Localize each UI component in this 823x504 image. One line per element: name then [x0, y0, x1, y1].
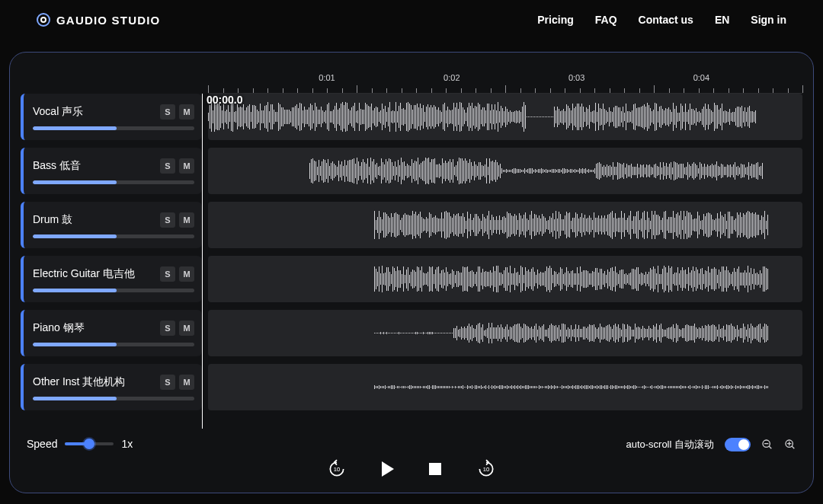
track-header[interactable]: Vocal 声乐 S M: [21, 94, 202, 140]
waveform: [309, 148, 802, 194]
waveform-lane[interactable]: [208, 364, 802, 410]
track-header[interactable]: Electric Guitar 电吉他 S M: [21, 256, 202, 302]
track-name: Bass 低音: [33, 159, 81, 173]
zoom-out-button[interactable]: [761, 439, 773, 451]
stop-button[interactable]: [429, 463, 441, 475]
mute-button[interactable]: M: [179, 375, 194, 390]
waveform-lanes: [202, 94, 802, 429]
track-name: Drum 鼓: [33, 213, 72, 227]
playhead-timestamp: 00:00.0: [207, 94, 242, 106]
volume-slider[interactable]: [33, 126, 194, 130]
volume-slider[interactable]: [33, 397, 194, 400]
stop-icon: [429, 463, 441, 475]
zoom-in-button[interactable]: [784, 439, 796, 451]
solo-button[interactable]: S: [160, 321, 175, 336]
ruler-label: 0:04: [693, 73, 709, 82]
editor-panel: Vocal 声乐 S M Bass 低音 S M Drum 鼓 S M Elec…: [9, 52, 814, 493]
track-name: Electric Guitar 电吉他: [33, 267, 135, 281]
nav-faq[interactable]: FAQ: [595, 14, 617, 26]
mute-button[interactable]: M: [179, 212, 194, 228]
solo-button[interactable]: S: [160, 158, 175, 174]
speed-value: 1x: [121, 438, 133, 450]
mute-button[interactable]: M: [179, 158, 194, 174]
logo-icon: [37, 13, 50, 27]
waveform-lane[interactable]: [208, 148, 802, 194]
svg-line-6: [792, 446, 794, 448]
speed-control: Speed 1x: [27, 438, 133, 450]
volume-slider[interactable]: [33, 180, 194, 184]
waveform-lane[interactable]: [208, 94, 802, 140]
track-name: Vocal 声乐: [33, 105, 83, 119]
workspace: Vocal 声乐 S M Bass 低音 S M Drum 鼓 S M Elec…: [10, 53, 813, 429]
mute-button[interactable]: M: [179, 266, 194, 282]
timeline-area: 0:010:020:030:04 00:00.0: [202, 63, 802, 429]
volume-slider[interactable]: [33, 343, 194, 346]
logo[interactable]: GAUDIO STUDIO: [37, 13, 160, 27]
right-controls: auto-scroll 自动滚动: [626, 438, 796, 451]
play-icon: [382, 461, 394, 477]
waveform-lane[interactable]: [208, 310, 802, 356]
waveform: [374, 310, 802, 356]
nav-contact[interactable]: Contact us: [639, 14, 693, 26]
autoscroll-label: auto-scroll 自动滚动: [626, 438, 714, 451]
solo-button[interactable]: S: [160, 375, 175, 390]
top-nav: GAUDIO STUDIO Pricing FAQ Contact us EN …: [0, 0, 823, 40]
nav-signin[interactable]: Sign in: [751, 14, 786, 26]
speed-label: Speed: [27, 438, 57, 450]
ruler-label: 0:01: [319, 73, 335, 82]
ruler-label: 0:02: [444, 73, 460, 82]
brand-name: GAUDIO STUDIO: [56, 14, 160, 27]
solo-button[interactable]: S: [160, 104, 175, 120]
waveform: [374, 256, 802, 302]
time-ruler[interactable]: 0:010:020:030:04: [208, 63, 802, 94]
waveform: [374, 364, 802, 410]
nav-pricing[interactable]: Pricing: [537, 14, 573, 26]
waveform-lane[interactable]: [208, 256, 802, 302]
skip-back-button[interactable]: 10: [327, 459, 347, 479]
play-button[interactable]: [382, 461, 394, 477]
speed-slider[interactable]: [65, 442, 114, 445]
transport-controls: 10 10: [327, 459, 496, 479]
volume-slider[interactable]: [33, 234, 194, 238]
waveform-lane[interactable]: [208, 202, 802, 248]
volume-slider[interactable]: [33, 289, 194, 292]
nav-language[interactable]: EN: [715, 14, 729, 26]
solo-button[interactable]: S: [160, 212, 175, 228]
svg-line-2: [769, 446, 771, 448]
waveform: [374, 202, 802, 248]
skip-forward-button[interactable]: 10: [476, 459, 496, 479]
track-headers: Vocal 声乐 S M Bass 低音 S M Drum 鼓 S M Elec…: [21, 63, 202, 429]
track-header[interactable]: Drum 鼓 S M: [21, 202, 202, 248]
mute-button[interactable]: M: [179, 321, 194, 336]
svg-text:10: 10: [334, 466, 340, 473]
autoscroll-toggle[interactable]: [725, 438, 751, 451]
speed-thumb[interactable]: [84, 439, 94, 449]
svg-text:10: 10: [483, 466, 489, 473]
nav-links: Pricing FAQ Contact us EN Sign in: [537, 14, 786, 26]
track-name: Other Inst 其他机构: [33, 375, 125, 389]
ruler-label: 0:03: [568, 73, 584, 82]
mute-button[interactable]: M: [179, 104, 194, 120]
playhead[interactable]: [202, 94, 203, 429]
track-name: Piano 钢琴: [33, 321, 85, 335]
waveform: [208, 94, 802, 140]
track-header[interactable]: Piano 钢琴 S M: [21, 310, 202, 356]
track-header[interactable]: Bass 低音 S M: [21, 148, 202, 194]
track-header[interactable]: Other Inst 其他机构 S M: [21, 364, 202, 410]
bottom-controls: Speed 1x auto-scroll 自动滚动 10 10: [10, 429, 813, 493]
solo-button[interactable]: S: [160, 266, 175, 282]
